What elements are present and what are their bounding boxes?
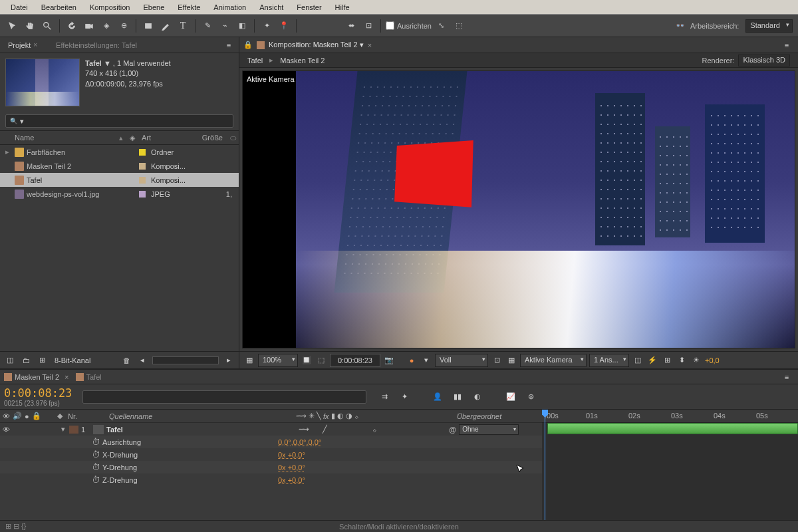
timeline-tab-active[interactable]: Masken Teil 2× <box>4 373 69 381</box>
timeline-search-input[interactable] <box>82 390 366 404</box>
reset-exposure-icon[interactable]: ☀ <box>690 354 702 366</box>
zoom-dropdown[interactable]: 100% <box>258 354 298 367</box>
menu-view[interactable]: Ansicht <box>253 2 290 13</box>
label-color-chip[interactable] <box>139 177 146 184</box>
scrollbar[interactable] <box>152 356 219 364</box>
expand-toggle[interactable]: ▾ <box>57 425 69 434</box>
camera-tool-icon[interactable] <box>82 19 96 33</box>
roto-tool-icon[interactable]: ✦ <box>259 19 274 33</box>
3d-toggle[interactable]: ⬦ <box>372 426 377 434</box>
axis-mode-icon[interactable]: ⬌ <box>344 19 358 33</box>
delete-icon[interactable]: 🗑 <box>120 354 132 366</box>
menu-layer[interactable]: Ebene <box>136 2 171 13</box>
layer-name[interactable]: Tafel <box>106 426 296 434</box>
comp-flow-icon[interactable]: ⬍ <box>676 354 688 366</box>
graph-editor-icon[interactable]: 📈 <box>503 390 518 404</box>
breadcrumb-item[interactable]: Masken Teil 2 <box>280 57 325 65</box>
workspace-dropdown[interactable]: Standard <box>745 19 793 33</box>
parent-dropdown[interactable]: Ohne <box>459 424 519 435</box>
panel-menu-icon[interactable]: ≡ <box>779 38 794 53</box>
time-ruler[interactable]: :00s 01s 02s 03s 04s 05s <box>542 410 798 423</box>
playhead[interactable] <box>545 410 545 520</box>
pickwhip-icon[interactable]: @ <box>449 426 456 434</box>
hides-shy-icon[interactable]: 👤 <box>430 390 445 404</box>
motion-blur-icon[interactable]: ◐ <box>470 390 485 404</box>
timeline-footer-hint[interactable]: Schalter/Modi aktivieren/deaktivieren <box>339 523 459 531</box>
frame-blend-icon[interactable]: ▮▮ <box>450 390 465 404</box>
project-item-comp-selected[interactable]: Tafel Komposi... <box>0 173 239 187</box>
property-row[interactable]: ⏱ Y-Drehung 0x +0,0° <box>0 461 542 473</box>
scroll-right-icon[interactable]: ▸ <box>223 354 235 366</box>
selection-tool-icon[interactable] <box>5 19 20 33</box>
project-item-folder[interactable]: ▸ Farbflächen Ordner <box>0 145 239 159</box>
snap-opt1-icon[interactable]: ⤡ <box>434 19 449 33</box>
project-item-comp[interactable]: Masken Teil 2 Komposi... <box>0 159 239 173</box>
label-color-chip[interactable] <box>139 163 146 170</box>
composition-viewer[interactable]: Aktive Kamera <box>242 70 795 348</box>
new-comp-icon[interactable]: ⊞ <box>36 354 48 366</box>
transparency-grid-icon[interactable]: ▦ <box>505 354 517 366</box>
anchor-tool-icon[interactable]: ⊕ <box>116 19 131 33</box>
puppet-tool-icon[interactable]: 📍 <box>277 19 291 33</box>
current-time-input[interactable]: 0:00:08:23 <box>330 354 380 367</box>
channel-icon[interactable]: ● <box>406 354 418 366</box>
comp-mini-flow-icon[interactable]: ⇉ <box>377 390 392 404</box>
channel-menu-icon[interactable]: ▾ <box>420 354 432 366</box>
draft-3d-icon[interactable]: ✦ <box>397 390 412 404</box>
menu-help[interactable]: Hilfe <box>329 2 356 13</box>
interpret-footage-icon[interactable]: ◫ <box>4 354 16 366</box>
comp-flowchart-icon[interactable]: 🔲 <box>301 354 313 366</box>
property-value[interactable]: 0x +0,0° <box>275 451 542 459</box>
exposure-value[interactable]: +0,0 <box>705 356 720 364</box>
stopwatch-icon[interactable]: ⏱ <box>92 462 102 472</box>
property-value[interactable]: 0,0°,0,0°,0,0° <box>275 438 542 446</box>
fast-preview-icon[interactable]: ⚡ <box>646 354 658 366</box>
breadcrumb-item[interactable]: Tafel <box>247 57 263 65</box>
project-tab[interactable]: Projekt× <box>3 39 43 51</box>
menu-composition[interactable]: Komposition <box>83 2 137 13</box>
clone-tool-icon[interactable]: ⌁ <box>217 19 232 33</box>
label-color-chip[interactable] <box>139 191 146 198</box>
rect-tool-icon[interactable] <box>141 19 156 33</box>
property-value[interactable]: 0x +0,0° <box>275 464 531 471</box>
shy-toggle[interactable]: ⟿ <box>299 425 309 434</box>
project-column-header[interactable]: Name▴ ◈ Art Größe ⬭ <box>0 130 239 145</box>
label-color-chip[interactable] <box>139 149 146 156</box>
resolution-dropdown[interactable]: Voll <box>435 354 488 367</box>
timeline-icon[interactable]: ⊞ <box>661 354 673 366</box>
stopwatch-icon[interactable]: ⏱ <box>92 437 102 447</box>
pixel-aspect-icon[interactable]: ◫ <box>632 354 644 366</box>
close-icon[interactable]: × <box>368 41 372 49</box>
zoom-tool-icon[interactable] <box>40 19 55 33</box>
timeline-tab[interactable]: Tafel <box>76 373 102 381</box>
renderer-dropdown[interactable]: Klassisch 3D <box>738 55 790 66</box>
axis-mode-2-icon[interactable]: ⊡ <box>361 19 376 33</box>
always-preview-icon[interactable]: ▦ <box>243 354 255 366</box>
scroll-left-icon[interactable]: ◂ <box>136 354 148 366</box>
comp-tab[interactable]: Komposition: Masken Teil 2 ▾ <box>269 41 364 49</box>
project-item-image[interactable]: webdesign-ps-vol1.jpg JPEG1, <box>0 187 239 201</box>
roi-icon[interactable]: ⊡ <box>491 354 503 366</box>
timeline-tracks[interactable]: :00s 01s 02s 03s 04s 05s <box>542 410 798 520</box>
close-icon[interactable]: × <box>65 373 68 381</box>
brush-tool-icon[interactable]: ✎ <box>200 19 215 33</box>
bit-depth-button[interactable]: 8-Bit-Kanal <box>55 356 90 364</box>
menu-effects[interactable]: Effekte <box>171 2 207 13</box>
solo-column-icon[interactable]: ● <box>25 412 29 420</box>
toggle-alpha-icon[interactable]: ⬚ <box>315 354 327 366</box>
pan-behind-tool-icon[interactable]: ◈ <box>99 19 114 33</box>
project-search-input[interactable]: ▾ <box>5 114 233 128</box>
timeline-timecode[interactable]: 0:00:08:23 <box>4 386 72 400</box>
timeline-layer-row[interactable]: 👁 ▾ 1 Tafel ⟿ ╱ ⬦ @ Ohne <box>0 423 542 436</box>
lock-column-icon[interactable]: 🔒 <box>32 412 41 420</box>
new-folder-icon[interactable]: 🗀 <box>20 354 32 366</box>
panel-menu-icon[interactable]: ≡ <box>779 370 794 384</box>
label-color-chip[interactable] <box>69 426 78 434</box>
snap-checkbox[interactable] <box>386 21 394 30</box>
menu-edit[interactable]: Bearbeiten <box>35 2 83 13</box>
hand-tool-icon[interactable] <box>23 19 37 33</box>
stopwatch-icon[interactable]: ⏱ <box>92 450 102 460</box>
property-row[interactable]: ⏱ Ausrichtung 0,0°,0,0°,0,0° <box>0 436 542 448</box>
panel-menu-icon[interactable]: ≡ <box>221 38 236 53</box>
menu-animation[interactable]: Animation <box>207 2 253 13</box>
